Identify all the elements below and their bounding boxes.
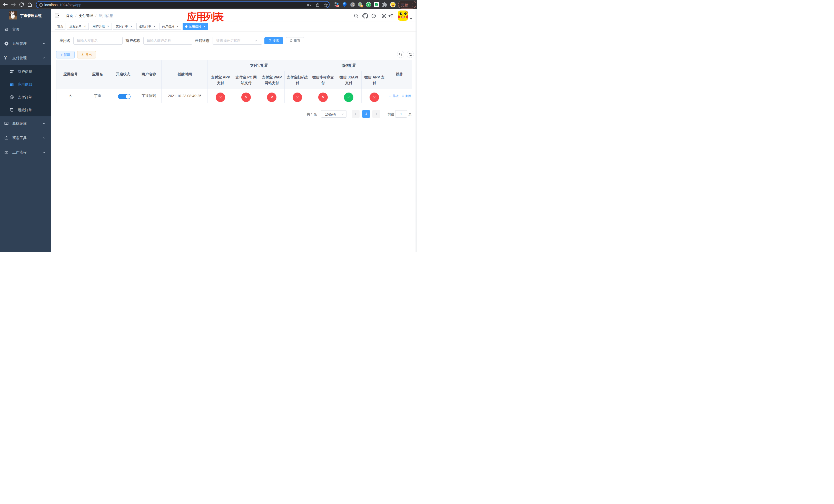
svg-text:1: 1 bbox=[361, 5, 363, 7]
svg-text:⌘: ⌘ bbox=[351, 3, 354, 6]
svg-text:10: 10 bbox=[336, 5, 339, 7]
